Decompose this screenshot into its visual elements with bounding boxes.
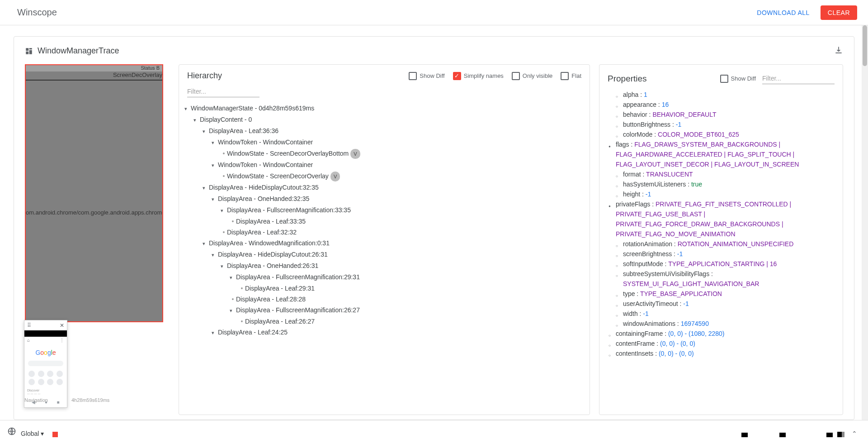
chevron-down-icon[interactable]: ▾ [230,272,236,282]
chevron-down-icon[interactable]: ▾ [203,126,209,136]
property-row[interactable]: colorMode : COLOR_MODE_BT601_625 [605,129,837,139]
tree-node[interactable]: ▾WindowToken - WindowContainer [183,137,586,148]
preview-status: Status B [26,65,162,72]
tree-node[interactable]: ▾DisplayArea - FullscreenMagnification:3… [183,205,586,216]
timestamp-label: 4h28m59s619ms [71,397,109,403]
app-title: Winscope [17,7,57,18]
property-row[interactable]: behavior : BEHAVIOR_DEFAULT [605,110,837,119]
simplify-names-checkbox[interactable]: Simplify names [453,72,504,80]
property-row[interactable]: height : -1 [605,189,837,199]
card-header: WindowManagerTrace [14,37,854,60]
preview-activity-label: om.android.chrome/com.google.android.app… [26,209,163,216]
hierarchy-filter-input[interactable] [187,86,259,97]
chevron-down-icon[interactable]: ▾ [221,205,227,215]
props-show-diff-checkbox[interactable]: Show Diff [720,75,756,83]
property-row[interactable]: hasSystemUiListeners : true [605,179,837,189]
preview-hr [26,80,162,81]
tree-node[interactable]: •DisplayArea - Leaf:28:28 [183,294,586,305]
property-row[interactable]: appearance : 16 [605,100,837,110]
tree-node[interactable]: ▾DisplayArea - FullscreenMagnification:2… [183,272,586,283]
chevron-down-icon[interactable]: ▾ [212,138,218,148]
expand-icon[interactable]: ⌃ [852,430,857,437]
property-row[interactable]: alpha : 1 [605,90,837,100]
properties-filter-input[interactable] [762,73,835,84]
hierarchy-tree[interactable]: ▾WindowManagerState - 0d4h28m59s619ms▾Di… [179,101,590,415]
svg-rect-5 [837,432,842,437]
chevron-down-icon[interactable]: ▾ [221,261,227,271]
trace-tab-4[interactable] [837,432,844,437]
clear-button[interactable]: CLEAR [821,5,857,20]
download-all-button[interactable]: DOWNLOAD ALL [751,5,815,20]
tree-node[interactable]: ▾DisplayArea - WindowedMagnification:0:3… [183,238,586,249]
flat-checkbox[interactable]: Flat [561,72,581,80]
phone-browser-bar: ⌂⋮ [24,337,67,344]
chevron-down-icon[interactable]: ▾ [212,328,218,338]
hierarchy-panel: Hierarchy Show Diff Simplify names Only … [179,64,590,415]
properties-list[interactable]: alpha : 1appearance : 16behavior : BEHAV… [599,88,843,415]
property-row[interactable]: contentInsets : (0, 0) - (0, 0) [605,348,837,358]
tree-node[interactable]: ▾WindowManagerState - 0d4h28m59s619ms [183,103,586,114]
trace-tab-2[interactable] [779,433,786,437]
chevron-down-icon[interactable]: ▾ [184,104,191,114]
chevron-down-icon[interactable]: ▾ [230,305,236,315]
chevron-down-icon[interactable]: ▾ [193,115,200,125]
property-row[interactable]: width : -1 [605,309,837,319]
property-row[interactable]: format : TRANSLUCENT [605,169,837,179]
property-row[interactable]: userActivityTimeout : -1 [605,299,837,309]
chevron-down-icon[interactable]: ▾ [212,194,218,204]
tree-node[interactable]: ▾DisplayArea - OneHanded:32:35 [183,193,586,205]
property-row[interactable]: flags : FLAG_DRAWS_SYSTEM_BAR_BACKGROUND… [605,139,837,169]
property-row[interactable]: subtreeSystemUiVisibilityFlags : SYSTEM_… [605,269,837,289]
trace-tab-1[interactable] [741,433,748,437]
chevron-down-icon[interactable]: ▾ [212,250,218,260]
topbar-actions: DOWNLOAD ALL CLEAR [751,5,857,20]
property-row[interactable]: softInputMode : TYPE_APPLICATION_STARTIN… [605,259,837,269]
property-row[interactable]: rotationAnimation : ROTATION_ANIMATION_U… [605,239,837,249]
svg-rect-0 [26,48,28,51]
trace-tab-3[interactable] [826,433,833,437]
phone-mock-top: ⠿ ✕ [24,320,67,330]
property-row[interactable]: screenBrightness : -1 [605,249,837,259]
tree-node[interactable]: •DisplayArea - Leaf:33:35 [183,216,586,227]
svg-rect-1 [29,48,32,49]
page-scrollbar[interactable] [862,25,868,420]
trace-card: WindowManagerTrace Status B ScreenDecOve… [14,36,854,420]
preview-box[interactable]: Status B ScreenDecOverlay om.android.chr… [25,64,163,322]
timeline-marker[interactable] [52,432,58,437]
properties-header: Properties Show Diff [599,65,843,88]
tree-node[interactable]: •WindowState - ScreenDecorOverlayV [183,171,586,182]
properties-title: Properties [608,74,647,84]
tree-node[interactable]: ▾DisplayArea - HideDisplayCutout:32:35 [183,182,586,193]
tree-node[interactable]: •WindowState - ScreenDecorOverlayBottomV [183,148,586,159]
tree-node[interactable]: ▾DisplayArea - Leaf:24:25 [183,327,586,338]
show-diff-checkbox[interactable]: Show Diff [409,72,444,80]
property-row[interactable]: privateFlags : PRIVATE_FLAG_FIT_INSETS_C… [605,199,837,239]
tree-node[interactable]: ▾DisplayArea - Leaf:36:36 [183,125,586,137]
tree-node[interactable]: •DisplayArea - Leaf:26:27 [183,316,586,327]
property-row[interactable]: contentFrame : (0, 0) - (0, 0) [605,339,837,348]
chevron-down-icon[interactable]: ▾ [212,160,218,170]
property-row[interactable]: type : TYPE_BASE_APPLICATION [605,289,837,299]
tree-node[interactable]: •DisplayArea - Leaf:29:31 [183,283,586,294]
tree-node[interactable]: ▾DisplayArea - HideDisplayCutout:26:31 [183,249,586,260]
bullet-icon: • [221,148,227,158]
hierarchy-title: Hierarchy [187,71,222,81]
chevron-down-icon[interactable]: ▾ [203,183,209,193]
phone-google-logo: Google [24,344,67,359]
only-visible-checkbox[interactable]: Only visible [512,72,552,80]
tree-node[interactable]: ▾DisplayContent - 0 [183,114,586,125]
tree-node[interactable]: ▾WindowToken - WindowContainer [183,159,586,171]
download-icon[interactable] [834,46,843,56]
property-row[interactable]: windowAnimations : 16974590 [605,319,837,329]
globe-icon[interactable] [7,427,16,437]
phone-mock[interactable]: ⠿ ✕ ⌂⋮ Google Discover··· ··· ··· ··· [24,320,67,408]
close-icon[interactable]: ✕ [60,322,64,329]
tree-node[interactable]: •DisplayArea - Leaf:32:32 [183,227,586,238]
trace-title: WindowManagerTrace [25,46,119,56]
chevron-down-icon[interactable]: ▾ [203,239,209,248]
tree-node[interactable]: ▾DisplayArea - OneHanded:26:31 [183,260,586,272]
property-row[interactable]: containingFrame : (0, 0) - (1080, 2280) [605,329,837,339]
tree-node[interactable]: ▾DisplayArea - FullscreenMagnification:2… [183,305,586,316]
property-row[interactable]: buttonBrightness : -1 [605,119,837,129]
global-select[interactable]: Global ▾ [21,430,48,437]
